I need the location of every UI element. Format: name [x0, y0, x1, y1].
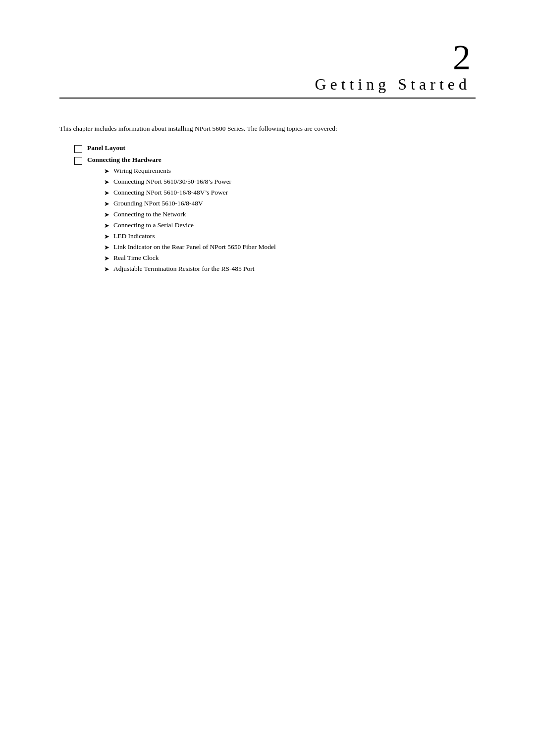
list-item: ➤ Real Time Clock — [104, 254, 476, 262]
list-item: ➤ Connecting to a Serial Device — [104, 221, 476, 230]
arrow-icon: ➤ — [104, 254, 109, 262]
sub-item-label: Connecting to the Network — [113, 210, 186, 218]
checkbox-icon — [74, 157, 82, 165]
arrow-icon: ➤ — [104, 265, 109, 273]
arrow-icon: ➤ — [104, 233, 109, 241]
sub-item-label: Wiring Requirements — [113, 167, 171, 175]
list-item: ➤ Connecting to the Network — [104, 210, 476, 219]
sub-item-label: Real Time Clock — [113, 254, 159, 262]
list-item: Connecting the Hardware — [74, 156, 476, 165]
topic-label: Connecting the Hardware — [87, 156, 161, 164]
topic-label: Panel Layout — [87, 144, 125, 152]
arrow-icon: ➤ — [104, 178, 109, 186]
sub-item-label: Link Indicator on the Rear Panel of NPor… — [113, 243, 276, 251]
list-item: ➤ Wiring Requirements — [104, 167, 476, 175]
sub-item-label: LED Indicators — [113, 232, 155, 240]
list-item: ➤ Connecting NPort 5610/30/50-16/8’s Pow… — [104, 178, 476, 186]
list-item: Panel Layout — [74, 144, 476, 153]
arrow-icon: ➤ — [104, 211, 109, 219]
chapter-title: Getting Started — [59, 75, 476, 94]
arrow-icon: ➤ — [104, 167, 109, 175]
list-item: ➤ Grounding NPort 5610-16/8-48V — [104, 200, 476, 208]
sub-item-label: Connecting NPort 5610-16/8-48V’s Power — [113, 189, 228, 197]
arrow-icon: ➤ — [104, 244, 109, 252]
title-rule — [59, 98, 476, 99]
sub-item-label: Connecting to a Serial Device — [113, 221, 194, 229]
arrow-icon: ➤ — [104, 200, 109, 208]
checkbox-icon — [74, 145, 82, 153]
list-item: ➤ Link Indicator on the Rear Panel of NP… — [104, 243, 476, 252]
sub-list: ➤ Wiring Requirements ➤ Connecting NPort… — [104, 167, 476, 273]
page: 2 Getting Started This chapter includes … — [0, 0, 535, 756]
sub-item-label: Connecting NPort 5610/30/50-16/8’s Power — [113, 178, 231, 186]
chapter-number: 2 — [59, 40, 476, 75]
arrow-icon: ➤ — [104, 222, 109, 230]
list-item: ➤ LED Indicators — [104, 232, 476, 241]
intro-text: This chapter includes information about … — [59, 123, 476, 134]
sub-item-label: Grounding NPort 5610-16/8-48V — [113, 200, 203, 207]
arrow-icon: ➤ — [104, 189, 109, 197]
topic-list: Panel Layout Connecting the Hardware ➤ W… — [74, 144, 476, 273]
list-item: ➤ Adjustable Termination Resistor for th… — [104, 265, 476, 273]
sub-item-label: Adjustable Termination Resistor for the … — [113, 265, 255, 273]
list-item: ➤ Connecting NPort 5610-16/8-48V’s Power — [104, 189, 476, 197]
